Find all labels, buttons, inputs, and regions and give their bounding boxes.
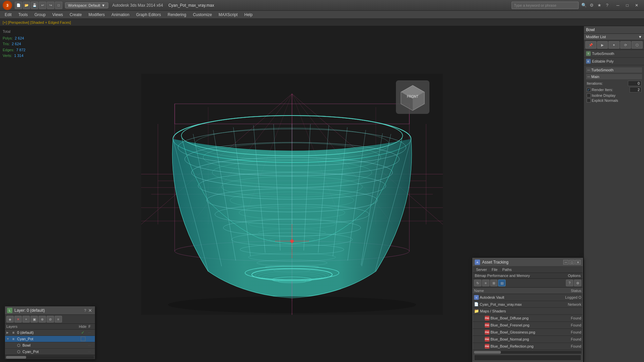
main-section[interactable]: ─ Main xyxy=(586,74,642,79)
menu-item-maxscript[interactable]: MAXScript xyxy=(215,12,241,18)
asset-close-btn[interactable]: ✕ xyxy=(575,260,581,265)
layer-delete[interactable]: ✕ xyxy=(14,316,22,322)
layers-scrollbar-thumb[interactable] xyxy=(6,356,26,359)
layer-icon: ⬡ xyxy=(16,349,21,354)
menu-item-group[interactable]: Group xyxy=(31,12,49,18)
app-title: Autodesk 3ds Max 2014 x64 xyxy=(112,3,163,8)
renderiter-value[interactable]: 2 xyxy=(630,87,641,92)
menu-item-create[interactable]: Create xyxy=(66,12,85,18)
renderiter-checkbox[interactable] xyxy=(587,88,591,92)
layer-row[interactable]: ▶ ≡ 0 (default) ✓ ··· xyxy=(5,330,95,336)
iterations-row: Iterations: 0 xyxy=(586,81,642,86)
close-button[interactable]: ✕ xyxy=(632,2,641,9)
layer-set-current[interactable]: ◈ xyxy=(6,316,14,322)
explicitnormals-row: Explicit Normals xyxy=(586,98,642,102)
right-panel: Bowl Modifier List ▼ 📌 ▶ ✦ ⟳ ⬡ T TurboSm… xyxy=(584,26,644,362)
layer-add-sel[interactable]: ⊕ xyxy=(39,316,46,322)
layers-panel-icon: L xyxy=(7,308,12,313)
new-btn[interactable]: 📄 xyxy=(15,2,22,9)
render-setup-btn[interactable]: □ xyxy=(55,2,62,9)
asset-menu-file[interactable]: File xyxy=(489,267,500,272)
mod-toolbar-move[interactable]: ✦ xyxy=(608,41,620,49)
isoline-checkbox[interactable] xyxy=(587,93,591,97)
menu-item-animation[interactable]: Animation xyxy=(108,12,133,18)
asset-panel-titlebar: A Asset Tracking ─ □ ✕ xyxy=(473,258,583,267)
layers-close-btn[interactable]: ✕ xyxy=(87,308,93,313)
explicitnormals-checkbox[interactable] xyxy=(587,98,591,102)
mod-toolbar-sel[interactable]: ▶ xyxy=(597,41,608,49)
asset-tb-list[interactable]: ≡ xyxy=(482,280,489,286)
asset-tb-detail[interactable]: ▤ xyxy=(498,280,506,286)
asset-row[interactable]: 📁 Maps / Shaders xyxy=(473,308,583,315)
asset-row[interactable]: PNG Blue_Bowl_Normal.png Found xyxy=(473,336,583,343)
open-btn[interactable]: 📂 xyxy=(23,2,30,9)
menu-item-rendering[interactable]: Rendering xyxy=(164,12,189,18)
file-icon: 📄 xyxy=(474,302,479,306)
menu-item-customize[interactable]: Customize xyxy=(189,12,215,18)
asset-row[interactable]: PNG Blue_Bowl_Reflection.png Found xyxy=(473,343,583,350)
asset-tracking-panel: A Asset Tracking ─ □ ✕ Server File Paths… xyxy=(472,258,583,362)
asset-menu-paths[interactable]: Paths xyxy=(500,267,514,272)
asset-row[interactable]: PNG Blue_Bowl_Diffuse.png Found xyxy=(473,315,583,322)
viewport-header: [+] [Perspective] [Shaded + Edged Faces] xyxy=(0,19,644,26)
asset-scrollbar[interactable] xyxy=(474,351,581,354)
turbosmooth-title[interactable]: ─ TurboSmooth xyxy=(586,67,642,73)
search-bar[interactable]: Type a keyword or phrase xyxy=(512,2,579,9)
asset-tb-settings[interactable]: ⚙ xyxy=(574,280,581,286)
layer-expand[interactable]: ≡ xyxy=(55,316,62,322)
modifier-properties: ─ TurboSmooth ─ Main Iterations: 0 Rende… xyxy=(584,65,644,362)
redo-btn[interactable]: ↪ xyxy=(47,2,54,9)
layer-row[interactable]: ⬡ Bowl ··· xyxy=(5,342,95,349)
layers-scrollbar[interactable] xyxy=(6,356,94,359)
menu-item-views[interactable]: Views xyxy=(49,12,66,18)
menu-item-modifiers[interactable]: Modifiers xyxy=(85,12,108,18)
asset-toolbar: ↻ ≡ ⊞ ▤ ? ⚙ xyxy=(473,279,583,288)
mod-toolbar-scale[interactable]: ⬡ xyxy=(632,41,643,49)
minimize-button[interactable]: ─ xyxy=(613,2,623,9)
layers-help-btn[interactable]: ? xyxy=(84,308,86,312)
asset-input-bar[interactable] xyxy=(474,355,581,361)
layer-find-sel[interactable]: ⊘ xyxy=(47,316,54,322)
asset-menubar: Server File Paths xyxy=(473,267,583,273)
asset-maximize-btn[interactable]: □ xyxy=(569,260,575,265)
layer-select-objs[interactable]: ▣ xyxy=(31,316,38,322)
asset-panel-title: Asset Tracking xyxy=(482,260,563,265)
menu-item-help[interactable]: Help xyxy=(241,12,256,18)
asset-tb-help[interactable]: ? xyxy=(566,280,573,286)
layer-add[interactable]: + xyxy=(22,316,30,322)
png-icon: PNG xyxy=(485,316,489,320)
menu-item-tools[interactable]: Tools xyxy=(15,12,31,18)
settings-icon[interactable]: ⚙ xyxy=(588,2,595,9)
asset-row[interactable]: PNG Blue_Bowl_Fresnel.png Found xyxy=(473,322,583,329)
layers-panel: L Layer: 0 (default) ? ✕ ◈ ✕ + ▣ ⊕ ⊘ ≡ L… xyxy=(5,306,95,359)
mod-toolbar-pin[interactable]: 📌 xyxy=(585,41,596,49)
menu-item-graph-editors[interactable]: Graph Editors xyxy=(133,12,164,18)
search-icon[interactable]: 🔍 xyxy=(581,2,587,9)
png-icon: PNG xyxy=(485,330,489,335)
asset-tb-grid[interactable]: ⊞ xyxy=(490,280,497,286)
asset-scrollbar-thumb[interactable] xyxy=(474,351,501,354)
asset-row[interactable]: V Autodesk Vault Logged O xyxy=(473,294,583,301)
mod-toolbar-rotate[interactable]: ⟳ xyxy=(620,41,631,49)
undo-btn[interactable]: ↩ xyxy=(39,2,46,9)
layer-row[interactable]: ⬡ Cyan_Pot ··· xyxy=(5,349,95,355)
asset-row[interactable]: PNG Blue_Bowl_Glossiness.png Found xyxy=(473,329,583,336)
layer-box xyxy=(81,337,85,341)
modifier-editablepoly[interactable]: E Editable Poly xyxy=(584,58,644,65)
asset-perf-bar: Bitmap Performance and Memory Options xyxy=(473,273,583,279)
asset-tracking-icon: A xyxy=(475,260,480,265)
maximize-button[interactable]: □ xyxy=(623,2,632,9)
asset-menu-server[interactable]: Server xyxy=(474,267,489,272)
help-icon[interactable]: ? xyxy=(604,2,610,9)
asset-minimize-btn[interactable]: ─ xyxy=(563,260,569,265)
modifier-turbosmooth[interactable]: T TurboSmooth xyxy=(584,50,644,58)
menu-item-edit[interactable]: Edit xyxy=(1,12,15,18)
asset-tb-refresh[interactable]: ↻ xyxy=(474,280,481,286)
asset-panel-footer xyxy=(473,350,583,362)
layer-row[interactable]: ▼ ≡ Cyan_Pot ··· xyxy=(5,336,95,342)
save-btn[interactable]: 💾 xyxy=(31,2,38,9)
star-icon[interactable]: ★ xyxy=(596,2,603,9)
iterations-value[interactable]: 0 xyxy=(628,81,641,86)
asset-row[interactable]: 📄 Cyan_Pot_max_vray.max Network xyxy=(473,301,583,308)
workspace-selector[interactable]: Workspace: Default ▼ xyxy=(65,2,108,8)
